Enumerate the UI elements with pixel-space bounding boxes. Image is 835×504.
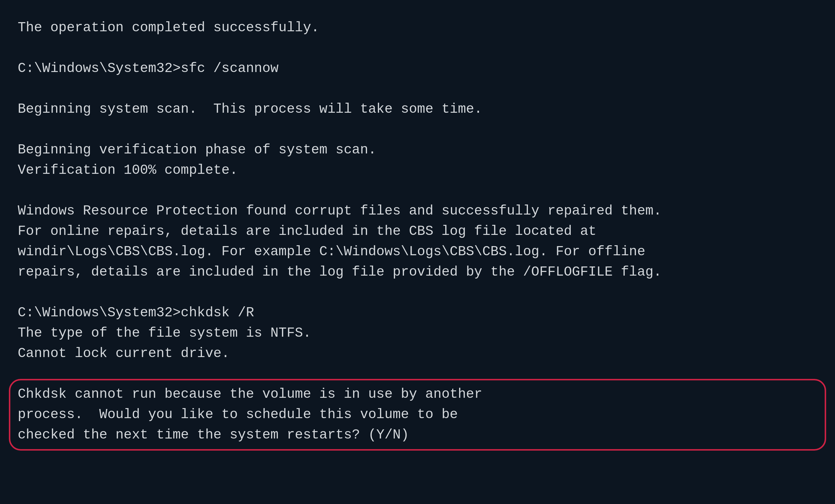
output-line-8: repairs, details are included in the log… <box>18 262 817 282</box>
output-line-1: The operation completed successfully. <box>18 18 817 38</box>
output-line-2: Beginning system scan. This process will… <box>18 99 817 120</box>
blank-line-2 <box>18 79 817 99</box>
highlighted-output-line-3: checked the next time the system restart… <box>18 425 817 445</box>
output-line-4: Verification 100% complete. <box>18 160 817 181</box>
blank-line-5 <box>18 282 817 303</box>
blank-line-6 <box>18 364 817 384</box>
prompt-line-2: C:\Windows\System32>chkdsk /R <box>18 303 817 323</box>
output-line-5: Windows Resource Protection found corrup… <box>18 201 817 221</box>
output-line-7: windir\Logs\CBS\CBS.log. For example C:\… <box>18 242 817 262</box>
prompt-line-1: C:\Windows\System32>sfc /scannow <box>18 58 817 79</box>
highlighted-output-line-2: process. Would you like to schedule this… <box>18 404 817 425</box>
output-line-3: Beginning verification phase of system s… <box>18 140 817 160</box>
blank-line-1 <box>18 38 817 58</box>
blank-line-3 <box>18 120 817 140</box>
output-line-9: The type of the file system is NTFS. <box>18 323 817 343</box>
highlighted-output-line-1: Chkdsk cannot run because the volume is … <box>18 384 817 404</box>
output-line-10: Cannot lock current drive. <box>18 343 817 364</box>
terminal-window: The operation completed successfully. C:… <box>0 0 835 504</box>
output-line-6: For online repairs, details are included… <box>18 221 817 242</box>
blank-line-4 <box>18 181 817 201</box>
